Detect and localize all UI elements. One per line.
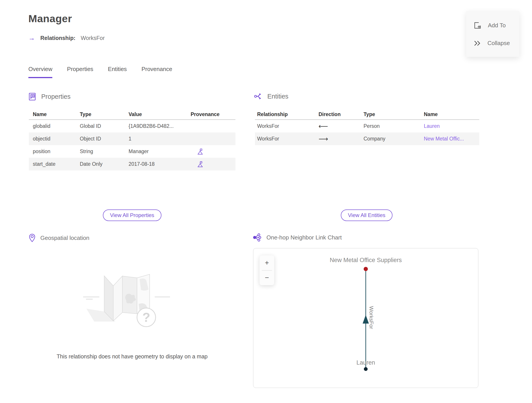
entities-icon (254, 92, 262, 100)
table-row: position String Manager (29, 145, 235, 158)
col-provenance: Provenance (191, 111, 239, 117)
add-to-button[interactable]: Add To (466, 21, 519, 30)
properties-icon (28, 92, 36, 101)
view-all-properties-button[interactable]: View All Properties (103, 209, 161, 221)
direction-arrow-icon: ⟵ (318, 122, 364, 130)
col-relationship: Relationship (257, 111, 318, 117)
link-chart-canvas[interactable]: + − New Metal Office Suppliers WorksFor … (253, 248, 478, 388)
collapse-icon (473, 40, 481, 47)
col-name: Name (33, 111, 80, 117)
relationship-detail-page: Manager → Relationship: WorksFor Add To … (0, 0, 532, 403)
col-name: Name (424, 111, 481, 117)
properties-table-header: Name Type Value Provenance (29, 109, 235, 120)
edge-label: WorksFor (368, 306, 374, 329)
zoom-in-button[interactable]: + (260, 255, 274, 270)
tab-provenance[interactable]: Provenance (141, 66, 172, 78)
entities-table-header: Relationship Direction Type Name (255, 109, 479, 120)
col-type: Type (364, 111, 424, 117)
table-row: start_date Date Only 2017-08-18 (29, 158, 235, 170)
entities-section-title: Entities (267, 93, 288, 100)
tab-properties[interactable]: Properties (67, 66, 93, 78)
properties-section-header: Properties (28, 92, 70, 101)
no-geometry-message: This relationship does not have geometry… (29, 353, 235, 360)
properties-table: Name Type Value Provenance globalid Glob… (29, 109, 235, 170)
edge-arrowhead-icon (363, 315, 369, 324)
col-type: Type (80, 111, 129, 117)
table-row: globalid Global ID {1A9DB2B6-D482... (29, 120, 235, 132)
target-node-label: New Metal Office Suppliers (330, 257, 402, 263)
relationship-arrow-icon: → (28, 35, 35, 41)
question-mark-glyph: ? (142, 310, 150, 325)
geospatial-section-header: Geospatial location (29, 234, 89, 242)
provenance-flag-icon[interactable] (197, 148, 203, 155)
entity-link[interactable]: New Metal Offic... (424, 136, 481, 142)
col-value: Value (129, 111, 191, 117)
view-all-entities-button[interactable]: View All Entities (341, 209, 393, 221)
relationship-type-value: WorksFor (81, 35, 105, 41)
col-direction: Direction (318, 111, 364, 117)
tab-bar: Overview Properties Entities Provenance (28, 66, 172, 78)
entities-table: Relationship Direction Type Name WorksFo… (255, 109, 479, 145)
provenance-flag-icon[interactable] (197, 161, 203, 168)
tab-overview[interactable]: Overview (28, 66, 52, 78)
zoom-out-button[interactable]: − (260, 271, 274, 285)
empty-map-illustration: ? (73, 255, 197, 348)
entities-section-header: Entities (254, 92, 288, 100)
person-node[interactable] (364, 367, 368, 371)
link-chart-icon (253, 234, 262, 241)
direction-arrow-icon: ⟶ (318, 135, 364, 143)
node-link-graph: New Metal Office Suppliers WorksFor Laur… (253, 248, 479, 388)
table-row: WorksFor ⟵ Person Lauren (255, 120, 479, 132)
map-pin-icon (29, 234, 35, 242)
add-to-icon (473, 21, 482, 30)
table-row: objectid Object ID 1 (29, 132, 235, 145)
link-chart-section-title: One-hop Neighbor Link Chart (266, 234, 342, 241)
link-chart-section-header: One-hop Neighbor Link Chart (253, 234, 342, 241)
collapse-button[interactable]: Collapse (466, 40, 519, 47)
add-to-label: Add To (488, 22, 506, 29)
actions-panel: Add To Collapse (466, 11, 519, 57)
zoom-control: + − (260, 255, 274, 285)
collapse-label: Collapse (488, 40, 510, 47)
breadcrumb: → Relationship: WorksFor (28, 35, 105, 41)
entity-link[interactable]: Lauren (424, 123, 481, 129)
tab-entities[interactable]: Entities (108, 66, 127, 78)
page-title: Manager (28, 13, 72, 25)
source-node-label: Lauren (356, 359, 375, 366)
table-row: WorksFor ⟶ Company New Metal Offic... (255, 132, 479, 145)
properties-section-title: Properties (41, 93, 70, 100)
relationship-label: Relationship: (40, 35, 75, 41)
geospatial-section-title: Geospatial location (40, 234, 89, 241)
company-node[interactable] (364, 267, 368, 271)
